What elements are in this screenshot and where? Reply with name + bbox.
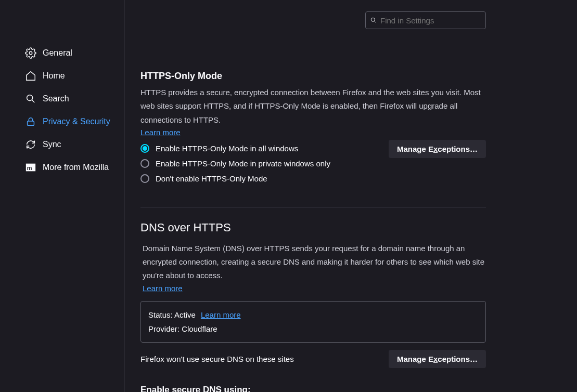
radio-icon: [140, 174, 149, 183]
lock-icon: [25, 116, 36, 127]
https-only-section: HTTPS-Only Mode HTTPS provides a secure,…: [140, 71, 486, 183]
status-value: Active: [174, 310, 196, 319]
sidebar-item-label: Home: [43, 71, 65, 81]
sidebar-item-label: General: [43, 48, 72, 58]
svg-line-2: [32, 100, 34, 102]
section-title: HTTPS-Only Mode: [140, 71, 486, 82]
sidebar-item-sync[interactable]: Sync: [0, 133, 124, 156]
provider-value: Cloudflare: [182, 324, 217, 333]
section-divider: [140, 207, 486, 207]
sidebar-item-label: Privacy & Security: [43, 117, 110, 126]
sidebar-item-label: Search: [43, 94, 69, 103]
svg-text:m: m: [27, 165, 32, 171]
settings-main: HTTPS-Only Mode HTTPS provides a secure,…: [125, 0, 577, 392]
search-box[interactable]: [365, 11, 486, 29]
svg-point-1: [27, 95, 33, 101]
mozilla-icon: m: [25, 162, 36, 173]
sidebar-item-search[interactable]: Search: [0, 87, 124, 110]
secure-dns-subheading: Enable secure DNS using:: [140, 385, 486, 393]
search-icon: [25, 93, 36, 104]
radio-icon: [140, 144, 149, 153]
radio-label: Don't enable HTTPS-Only Mode: [156, 174, 267, 183]
radio-https-disable[interactable]: Don't enable HTTPS-Only Mode: [140, 174, 330, 183]
radio-label: Enable HTTPS-Only Mode in private window…: [156, 159, 330, 168]
learn-more-link[interactable]: Learn more: [140, 284, 183, 293]
home-icon: [25, 70, 36, 82]
dns-provider-row: Provider: Cloudflare: [148, 322, 478, 336]
search-input[interactable]: [380, 16, 481, 25]
sidebar-item-label: More from Mozilla: [43, 163, 109, 172]
dns-exceptions-text: Firefox won't use secure DNS on these si…: [140, 355, 294, 363]
settings-sidebar: General Home Search Privacy & Security S…: [0, 0, 125, 392]
sidebar-item-label: Sync: [43, 140, 61, 149]
status-label: Status:: [148, 310, 174, 319]
section-desc: HTTPS provides a secure, encrypted conne…: [140, 86, 486, 127]
svg-point-6: [371, 18, 375, 21]
radio-https-all-windows[interactable]: Enable HTTPS-Only Mode in all windows: [140, 144, 330, 153]
svg-point-0: [29, 51, 32, 55]
https-radio-group: Enable HTTPS-Only Mode in all windows En…: [140, 144, 330, 183]
search-icon: [370, 17, 377, 24]
manage-exceptions-button[interactable]: Manage Exceptions…: [389, 350, 486, 368]
dns-status-box: Status: ActiveLearn more Provider: Cloud…: [140, 301, 486, 343]
section-desc: Domain Name System (DNS) over HTTPS send…: [140, 242, 486, 283]
radio-label: Enable HTTPS-Only Mode in all windows: [156, 144, 298, 153]
sync-icon: [25, 139, 36, 150]
svg-rect-3: [28, 121, 34, 125]
section-title: DNS over HTTPS: [140, 221, 486, 234]
learn-more-link[interactable]: Learn more: [201, 310, 241, 319]
sidebar-item-more-mozilla[interactable]: m More from Mozilla: [0, 156, 124, 179]
sidebar-item-general[interactable]: General: [0, 42, 124, 64]
sidebar-item-privacy-security[interactable]: Privacy & Security: [0, 110, 124, 133]
provider-label: Provider:: [148, 324, 182, 333]
radio-icon: [140, 159, 149, 168]
sidebar-item-home[interactable]: Home: [0, 64, 124, 87]
learn-more-link[interactable]: Learn more: [140, 128, 181, 137]
gear-icon: [25, 47, 36, 59]
dns-over-https-section: DNS over HTTPS Domain Name System (DNS) …: [140, 221, 486, 392]
manage-exceptions-button[interactable]: Manage Exceptions…: [389, 140, 486, 158]
radio-https-private-only[interactable]: Enable HTTPS-Only Mode in private window…: [140, 159, 330, 168]
dns-status-row: Status: ActiveLearn more: [148, 308, 478, 322]
svg-line-7: [374, 21, 376, 22]
